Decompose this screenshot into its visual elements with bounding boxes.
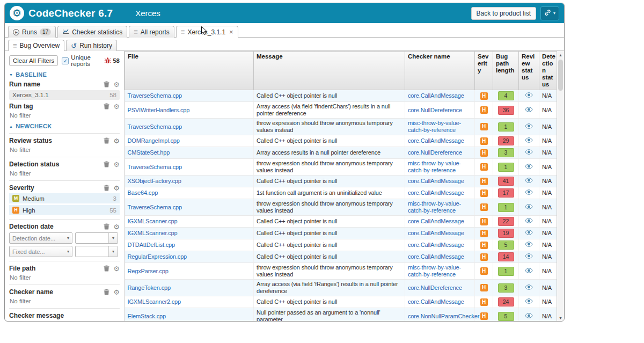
checker-link[interactable]: core.CallAndMessage [408, 298, 464, 305]
checker-link[interactable]: core.CallAndMessage [408, 242, 464, 248]
review-status-cell[interactable] [519, 176, 539, 187]
column-header-severity[interactable]: Severity [475, 52, 493, 90]
checker-link[interactable]: core.CallAndMessage [408, 230, 464, 236]
column-header-detection-status[interactable]: Detection status [539, 52, 557, 90]
report-row[interactable]: TraverseSchema.cpp throw expression shou… [125, 119, 557, 135]
tab-run-xerces[interactable]: ≡ Xerces_3.1.1 × [176, 26, 238, 38]
report-row[interactable]: RangeToken.cpp Array access (via field '… [125, 280, 557, 296]
file-link[interactable]: IGXMLScanner2.cpp [128, 298, 181, 305]
file-link[interactable]: PSVIWriterHandlers.cpp [128, 107, 190, 113]
checker-link[interactable]: core.CallAndMessage [408, 137, 464, 144]
checkbox-checked-icon[interactable]: ✓ [62, 57, 69, 64]
detection-date-select[interactable]: Detection date... ▾ [9, 232, 72, 244]
review-status-cell[interactable] [519, 135, 539, 147]
clear-all-filters-button[interactable]: Clear All Filters [9, 55, 58, 66]
gear-icon[interactable]: ⚙ [113, 289, 120, 296]
file-link[interactable]: ElemStack.cpp [128, 313, 166, 319]
report-row[interactable]: IGXMLScanner.cpp Called C++ object point… [125, 228, 557, 239]
report-row[interactable]: DTDAttDefList.cpp Called C++ object poin… [125, 239, 557, 251]
file-link[interactable]: Base64.cpp [128, 189, 158, 196]
gear-icon[interactable]: ⚙ [113, 185, 120, 192]
file-link[interactable]: RegxParser.cpp [128, 268, 169, 274]
run-name-chip[interactable]: Xerces_3.1.1 58 [9, 90, 120, 100]
file-link[interactable]: CMStateSet.hpp [128, 149, 170, 156]
checker-link[interactable]: core.CallAndMessage [408, 189, 464, 196]
report-row[interactable]: TraverseSchema.cpp throw expression shou… [125, 199, 557, 216]
severity-option-high[interactable]: H High 55 [9, 205, 120, 215]
gear-icon[interactable]: ⚙ [113, 265, 120, 272]
report-row[interactable]: Base64.cpp 1st function call argument is… [125, 187, 557, 199]
gear-icon[interactable]: ⚙ [113, 81, 120, 88]
trash-icon[interactable] [104, 161, 109, 167]
review-status-cell[interactable] [519, 199, 539, 216]
section-newcheck[interactable]: ▲ NEWCHECK [9, 123, 120, 129]
trash-icon[interactable] [104, 137, 109, 144]
file-link[interactable]: RangeToken.cpp [128, 284, 171, 291]
column-header-message[interactable]: Message [254, 52, 405, 90]
checker-link[interactable]: core.CallAndMessage [408, 178, 464, 184]
report-row[interactable]: ElemStack.cpp Null pointer passed as an … [125, 308, 557, 322]
gear-icon[interactable]: ⚙ [113, 137, 120, 144]
checker-link[interactable]: misc-throw-by-value-catch-by-reference [408, 264, 461, 278]
checker-link[interactable]: core.NullDereference [408, 107, 462, 113]
tab-run-history[interactable]: ↺ Run history [66, 40, 117, 51]
review-status-cell[interactable] [519, 102, 539, 119]
table-scrollbar[interactable]: ▲ ▼ [557, 51, 564, 322]
trash-icon[interactable] [104, 223, 109, 230]
close-icon[interactable]: × [229, 28, 233, 35]
report-row[interactable]: IGXMLScanner.cpp Called C++ object point… [125, 216, 557, 228]
gear-icon[interactable]: ⚙ [113, 161, 120, 168]
severity-option-medium[interactable]: M Medium 3 [9, 193, 120, 203]
gear-icon[interactable]: ⚙ [113, 103, 120, 110]
tab-bug-overview[interactable]: ≡ Bug Overview [8, 40, 64, 51]
checker-link[interactable]: misc-throw-by-value-catch-by-reference [408, 160, 461, 173]
section-baseline[interactable]: ▼ BASELINE [9, 71, 120, 78]
file-link[interactable]: TraverseSchema.cpp [128, 204, 182, 210]
review-status-cell[interactable] [519, 263, 539, 280]
column-header-file[interactable]: File [125, 52, 254, 90]
checker-link[interactable]: misc-throw-by-value-catch-by-reference [408, 120, 461, 133]
review-status-cell[interactable] [519, 119, 539, 135]
trash-icon[interactable] [104, 185, 109, 191]
review-status-cell[interactable] [519, 308, 539, 322]
file-link[interactable]: IGXMLScanner.cpp [128, 230, 178, 236]
report-row[interactable]: PSVIWriterHandlers.cpp Array access (via… [125, 102, 557, 119]
report-row[interactable]: CMStateSet.hpp Array access results in a… [125, 147, 557, 159]
file-link[interactable]: IGXMLScanner.cpp [128, 218, 178, 224]
review-status-cell[interactable] [519, 187, 539, 199]
checker-link[interactable]: core.NullDereference [408, 284, 462, 291]
file-link[interactable]: RegularExpression.cpp [128, 253, 187, 260]
file-link[interactable]: TraverseSchema.cpp [128, 92, 182, 99]
checker-link[interactable]: core.NonNullParamChecker [408, 313, 479, 319]
scroll-down-button[interactable]: ▼ [557, 314, 564, 322]
column-header-bug-path-length[interactable]: Bug path length [493, 52, 519, 90]
review-status-cell[interactable] [519, 296, 539, 308]
review-status-cell[interactable] [519, 159, 539, 176]
report-row[interactable]: RegularExpression.cpp Called C++ object … [125, 251, 557, 263]
review-status-cell[interactable] [519, 216, 539, 228]
scroll-up-button[interactable]: ▲ [557, 51, 564, 59]
review-status-cell[interactable] [519, 280, 539, 296]
tab-all-reports[interactable]: ≡ All reports [129, 26, 174, 38]
permalink-button[interactable]: ▾ [540, 6, 559, 20]
report-row[interactable]: TraverseSchema.cpp Called C++ object poi… [125, 90, 557, 102]
review-status-cell[interactable] [519, 90, 539, 102]
review-status-cell[interactable] [519, 239, 539, 251]
tab-checker-statistics[interactable]: Checker statistics [57, 26, 127, 38]
report-row[interactable]: XSObjectFactory.cpp Called C++ object po… [125, 176, 557, 187]
caret-down-icon[interactable]: ▾ [108, 233, 118, 243]
checker-link[interactable]: core.CallAndMessage [408, 92, 464, 99]
gear-icon[interactable]: ⚙ [113, 223, 120, 230]
report-row[interactable]: IGXMLScanner2.cpp Called C++ object poin… [125, 296, 557, 308]
checker-link[interactable]: core.CallAndMessage [408, 218, 464, 224]
file-link[interactable]: TraverseSchema.cpp [128, 164, 182, 170]
report-row[interactable]: RegxParser.cpp throw expression should t… [125, 263, 557, 280]
caret-down-icon[interactable]: ▾ [108, 246, 118, 257]
unique-reports-toggle[interactable]: ✓ Unique reports [62, 54, 100, 67]
file-link[interactable]: TraverseSchema.cpp [128, 123, 182, 130]
report-row[interactable]: TraverseSchema.cpp throw expression shou… [125, 159, 557, 176]
fixed-date-input[interactable]: ▾ [75, 246, 118, 257]
trash-icon[interactable] [104, 289, 109, 295]
file-link[interactable]: DTDAttDefList.cpp [128, 242, 175, 248]
column-header-review-status[interactable]: Review status [519, 52, 539, 90]
